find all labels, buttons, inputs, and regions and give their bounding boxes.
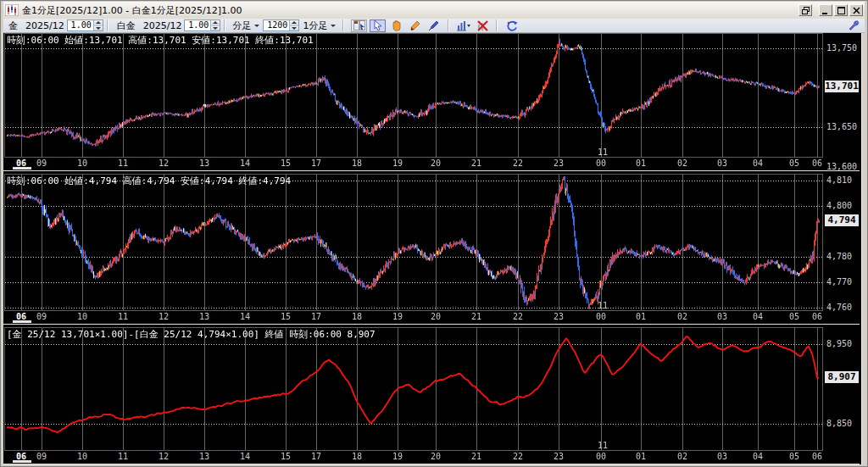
- time-tick-label: 06: [812, 312, 822, 321]
- toolbar-separator: [107, 19, 108, 31]
- refresh-icon[interactable]: [504, 19, 520, 32]
- time-tick-label: 11: [118, 158, 128, 168]
- time-tick-label: 23: [554, 158, 564, 168]
- time-tick-label: 06: [16, 158, 26, 168]
- frame-edge: [861, 33, 862, 464]
- gold-contract-label: 2025/12: [25, 20, 64, 31]
- toolbar-separator: [496, 19, 498, 31]
- time-tick-label: 13: [199, 312, 209, 321]
- platinum-multiplier-input[interactable]: 1.00: [184, 19, 220, 31]
- time-tick-label: 00: [596, 452, 606, 461]
- wrench-icon[interactable]: [849, 19, 860, 31]
- time-tick-label: 21: [471, 452, 481, 461]
- platinum-time-axis[interactable]: 0609101112131415171819202122230001020304…: [4, 311, 823, 324]
- time-tick-label: 15: [281, 158, 291, 168]
- gold-time-axis[interactable]: 0609101112131415171819202122230001020304…: [4, 158, 823, 170]
- platinum-plot[interactable]: 時刻:06:00 始値:4,794 高値:4,794 安値:4,794 終値:4…: [4, 174, 823, 311]
- gold-price-axis[interactable]: 13,75013,65013,60013,701: [824, 33, 860, 170]
- price-tick-label: 8,850: [826, 419, 852, 428]
- time-tick-label: 11: [118, 312, 128, 321]
- time-tick-label: 19: [392, 312, 403, 321]
- current-price-box: 13,701: [825, 81, 859, 92]
- spread-plot[interactable]: [金 25/12 13,701×1.00]-[白金 25/12 4,794×1.…: [4, 327, 823, 451]
- platinum-info-line: 時刻:06:00 始値:4,794 高値:4,794 安値:4,794 終値:4…: [7, 175, 291, 186]
- time-tick-label: 22: [513, 452, 523, 461]
- price-tick-label: 4,780: [826, 252, 852, 261]
- gold-multiplier-down-button[interactable]: [94, 26, 103, 31]
- spread-time-axis[interactable]: 0609101112131415171819202122230001020304…: [4, 451, 823, 464]
- time-tick-label: 03: [717, 452, 727, 461]
- time-tick-label: 03: [717, 158, 727, 168]
- time-tick-label: 19: [392, 452, 403, 461]
- spread-info-line: [金 25/12 13,701×1.00]-[白金 25/12 4,794×1.…: [7, 329, 376, 340]
- time-tick-label: 09: [36, 158, 47, 168]
- platinum-multiplier-down-button[interactable]: [211, 26, 220, 31]
- time-tick-label: 14: [240, 158, 250, 168]
- time-tick-label: 05: [789, 452, 799, 461]
- panel-separator: [3, 324, 860, 325]
- pan-hand-icon[interactable]: [388, 19, 404, 32]
- date-label: 11: [598, 441, 608, 450]
- time-tick-label: 04: [753, 158, 763, 168]
- time-tick-label: 14: [240, 312, 250, 321]
- time-tick-label: 06: [16, 452, 26, 461]
- time-tick-label: 03: [717, 312, 727, 321]
- panel-separator: [3, 464, 860, 464]
- delete-chart-icon[interactable]: [474, 19, 490, 32]
- time-tick-label: 17: [311, 158, 321, 168]
- time-tick-label: 14: [240, 452, 250, 461]
- close-button[interactable]: [849, 4, 863, 16]
- spread-price-axis[interactable]: 8,9508,8508,907: [824, 327, 860, 464]
- gold-multiplier-input[interactable]: 1.00: [67, 19, 103, 31]
- price-tick-label: 13,650: [826, 122, 857, 131]
- time-tick-label: 05: [789, 158, 799, 168]
- time-tick-label: 00: [596, 158, 606, 168]
- panel-separator: [3, 170, 860, 171]
- price-tick-label: 4,800: [826, 201, 852, 210]
- time-tick-label: 18: [352, 158, 362, 168]
- time-tick-label: 02: [677, 158, 687, 168]
- time-tick-label: 15: [281, 452, 291, 461]
- time-tick-label: 06: [812, 158, 822, 168]
- time-tick-label: 12: [159, 312, 169, 321]
- pen-icon[interactable]: [426, 19, 442, 32]
- minimize-button[interactable]: [819, 4, 832, 16]
- pencil-icon[interactable]: [407, 19, 423, 32]
- time-tick-label: 22: [513, 158, 523, 168]
- time-tick-label: 18: [352, 312, 362, 321]
- time-tick-label: 09: [36, 452, 47, 461]
- time-tick-label: 06: [16, 312, 26, 321]
- price-tick-label: 4,760: [826, 303, 852, 312]
- toolbar-separator: [342, 19, 344, 31]
- time-tick-label: 01: [636, 312, 646, 321]
- price-tick-label: 4,770: [826, 277, 852, 286]
- crosshair-chart-icon[interactable]: [351, 19, 367, 32]
- time-tick-label: 22: [513, 312, 523, 321]
- chart-type-icon[interactable]: [455, 19, 471, 32]
- restore-windows-button[interactable]: [798, 4, 812, 16]
- date-label: 11: [598, 301, 608, 310]
- time-tick-label: 10: [77, 312, 87, 321]
- time-tick-label: 20: [431, 312, 441, 321]
- time-tick-label: 13: [199, 158, 209, 168]
- platinum-price-axis[interactable]: 4,8104,8004,7804,7704,7604,794: [824, 174, 860, 324]
- bar-count-input[interactable]: 1200: [263, 19, 299, 31]
- interval-dropdown[interactable]: 1分足: [299, 19, 339, 33]
- gold-label: 金: [8, 19, 18, 32]
- time-tick-label: 21: [471, 312, 481, 321]
- time-tick-label: 06: [812, 452, 822, 461]
- app-candlestick-icon: [5, 4, 19, 16]
- platinum-contract-label: 2025/12: [143, 20, 182, 31]
- time-tick-label: 02: [677, 312, 687, 321]
- app-window: 金1分足[2025/12]1.00 - 白金1分足[2025/12]1.00 金…: [0, 0, 868, 467]
- select-arrow-icon[interactable]: [370, 19, 386, 32]
- maximize-button[interactable]: [834, 4, 848, 16]
- gold-plot[interactable]: 時刻:06:00 始値:13,701 高値:13,701 安値:13,701 終…: [4, 33, 823, 158]
- time-tick-label: 09: [36, 312, 47, 321]
- bar-count-down-button[interactable]: [290, 26, 298, 31]
- period-type-dropdown[interactable]: 分足: [229, 19, 263, 33]
- current-price-box: 4,794: [825, 214, 859, 226]
- time-tick-label: 15: [281, 312, 291, 321]
- time-tick-label: 23: [554, 312, 564, 321]
- time-tick-label: 12: [159, 452, 169, 461]
